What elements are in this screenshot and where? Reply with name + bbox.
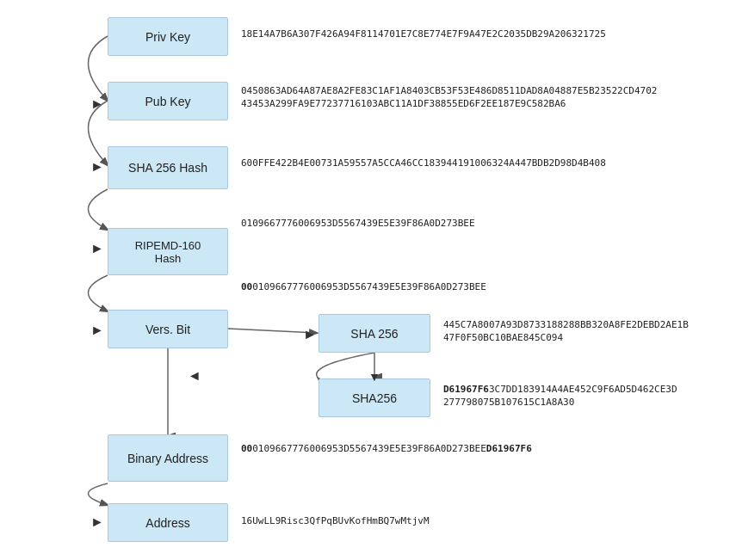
sha256-r1-value: 445C7A8007A93D8733188288BB320A8FE2DEBD2A… — [443, 318, 689, 345]
arrow-left-back: ► — [188, 368, 201, 384]
arrow-sha256-r1: ► — [303, 327, 317, 342]
arrow-address: ► — [90, 514, 104, 530]
ripemd-pre-value: 0109667776006953D5567439E5E39F86A0D273BE… — [241, 217, 475, 230]
diagram-container: Priv Key Pub Key SHA 256 Hash RIPEMD-160… — [0, 0, 736, 560]
arrow-sha256: ► — [90, 159, 104, 175]
address-value: 16UwLL9Risc3QfPqBUvKofHmBQ7wMtjvM — [241, 514, 430, 527]
ripemd-post-value: 000109667776006953D5567439E5E39F86A0D273… — [241, 280, 486, 293]
priv-key-value: 18E14A7B6A307F426A94F8114701E7C8E774E7F9… — [241, 28, 606, 40]
arrow-vers: ► — [90, 323, 104, 338]
priv-key-box: Priv Key — [108, 17, 228, 56]
vers-bit-box: Vers. Bit — [108, 310, 228, 348]
arrow-ripemd: ► — [90, 241, 104, 256]
binary-address-value: 000109667776006953D5567439E5E39F86A0D273… — [241, 442, 532, 455]
sha256-hash-value: 600FFE422B4E00731A59557A5CCA46CC18394419… — [241, 157, 606, 169]
sha256-r2-value: D61967F63C7DD183914A4AE452C9F6AD5D462CE3… — [443, 383, 677, 409]
arrow-down: ▼ — [368, 370, 380, 384]
ripemd-hash-box: RIPEMD-160Hash — [108, 228, 228, 275]
sha256-right1-box: SHA 256 — [319, 314, 430, 353]
pub-key-box: Pub Key — [108, 82, 228, 120]
address-box: Address — [108, 503, 228, 542]
sha256-right2-box: SHA256 — [319, 378, 430, 417]
pub-key-value: 0450863AD64A87AE8A2FE83C1AF1A8403CB53F53… — [241, 84, 657, 111]
sha256-hash-box: SHA 256 Hash — [108, 146, 228, 189]
arrow-pub-key: ► — [90, 96, 104, 112]
binary-address-box: Binary Address — [108, 434, 228, 482]
